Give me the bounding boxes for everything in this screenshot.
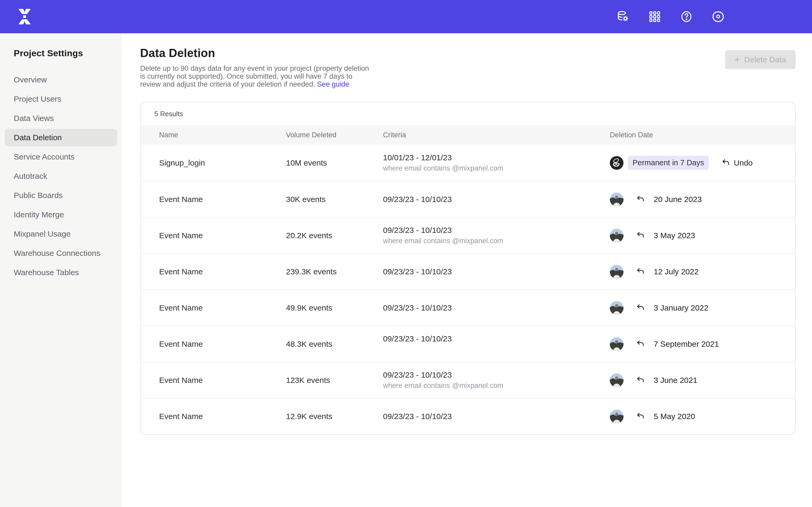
sidebar-item-data-deletion[interactable]: Data Deletion [5,129,117,146]
column-header-name: Name [159,131,286,139]
see-guide-link[interactable]: See guide [317,80,349,88]
sidebar-item-overview[interactable]: Overview [5,71,117,89]
criteria-date-range: 09/23/23 - 10/10/23 [383,195,610,204]
undo-button[interactable] [636,376,648,385]
sidebar-item-label: Project Users [14,95,61,104]
sidebar-item-warehouse-tables[interactable]: Warehouse Tables [5,264,117,281]
deletion-date-text: 5 May 2020 [654,412,695,421]
cell-criteria: 09/23/23 - 10/10/23 where email contains… [383,371,610,390]
criteria-filter-text: where email contains @mixpanel.com [383,382,610,390]
cell-deletion-date: 5 May 2020 [610,409,795,423]
sidebar-item-label: Service Accounts [14,152,74,161]
cell-volume-deleted: 123K events [286,376,383,385]
cell-volume-deleted: 12.9K events [286,412,383,421]
user-avatar-photo [610,409,623,423]
cell-volume-deleted: 239.3K events [286,267,383,276]
sidebar-item-label: Autotrack [14,172,47,181]
table-row: Event Name 30K events 09/23/23 - 10/10/2… [141,181,795,217]
cell-event-name: Event Name [159,412,286,421]
cell-volume-deleted: 49.9K events [286,303,383,313]
deletion-date-text: 7 September 2021 [654,340,719,349]
results-count: 5 Results [141,103,795,125]
top-navigation-bar [0,0,812,33]
cell-criteria: 09/23/23 - 10/10/23 where email contains… [383,226,610,245]
column-header-volume: Volume Deleted [286,131,383,139]
data-management-icon[interactable] [616,10,629,23]
delete-data-button[interactable]: + Delete Data [725,50,796,69]
table-body: Signup_login 10M events 10/01/23 - 12/01… [141,145,795,434]
sidebar-item-label: Identity Merge [14,210,64,219]
sidebar-item-data-views[interactable]: Data Views [5,110,117,127]
cell-criteria: 09/23/23 - 10/10/23 [383,334,610,353]
table-row: Event Name 20.2K events 09/23/23 - 10/10… [141,217,795,253]
cell-criteria: 09/23/23 - 10/10/23 [383,267,610,276]
undo-button[interactable] [636,267,648,276]
undo-icon [636,231,645,240]
deletion-date-text: 3 May 2023 [654,231,695,240]
cell-criteria: 09/23/23 - 10/10/23 [383,412,610,421]
user-avatar-photo [610,337,623,351]
help-icon[interactable] [680,10,693,23]
page-title: Data Deletion [140,47,796,60]
criteria-date-range: 09/23/23 - 10/10/23 [383,371,610,380]
cell-deletion-date: 7 September 2021 [610,337,795,351]
sidebar-item-project-users[interactable]: Project Users [5,90,117,108]
column-header-deletion-date: Deletion Date [610,131,795,139]
undo-button[interactable] [636,412,648,421]
table-row: Signup_login 10M events 10/01/23 - 12/01… [141,145,795,181]
sidebar-item-identity-merge[interactable]: Identity Merge [5,206,117,223]
plus-icon: + [734,55,740,64]
cell-deletion-date: Permanent in 7 Days Undo [610,156,795,170]
user-avatar-sketch [610,156,623,170]
cell-deletion-date: 3 May 2023 [610,229,795,242]
undo-button[interactable]: Undo [721,158,753,167]
table-row: Event Name 49.9K events 09/23/23 - 10/10… [141,289,795,326]
sidebar-item-warehouse-connections[interactable]: Warehouse Connections [5,244,117,262]
undo-button[interactable] [636,340,648,349]
table-row: Event Name 239.3K events 09/23/23 - 10/1… [141,253,795,289]
cell-criteria: 09/23/23 - 10/10/23 [383,303,610,313]
sidebar-item-service-accounts[interactable]: Service Accounts [5,148,117,166]
sidebar-item-label: Warehouse Tables [14,268,79,277]
undo-button[interactable] [636,303,648,313]
sidebar-item-label: Mixpanel Usage [14,229,70,238]
undo-icon [636,412,645,421]
undo-icon [636,195,645,204]
sidebar-item-mixpanel-usage[interactable]: Mixpanel Usage [5,225,117,243]
criteria-date-range: 09/23/23 - 10/10/23 [383,334,610,343]
mixpanel-logo-icon[interactable] [15,7,34,26]
user-avatar-photo [610,265,623,279]
cell-deletion-date: 12 July 2022 [610,265,795,279]
undo-button[interactable] [636,231,648,240]
undo-icon [636,267,645,276]
sidebar-item-public-boards[interactable]: Public Boards [5,187,117,204]
sidebar-nav: Overview Project Users Data Views Data D… [0,71,122,283]
deletion-date-text: 20 June 2023 [654,195,702,204]
cell-event-name: Event Name [159,376,286,385]
cell-deletion-date: 3 January 2022 [610,301,795,315]
table-header-row: Name Volume Deleted Criteria Deletion Da… [141,125,795,145]
sidebar-item-autotrack[interactable]: Autotrack [5,167,117,185]
criteria-date-range: 09/23/23 - 10/10/23 [383,226,610,235]
criteria-date-range: 09/23/23 - 10/10/23 [383,412,610,421]
delete-data-button-label: Delete Data [744,55,786,64]
table-row: Event Name 12.9K events 09/23/23 - 10/10… [141,398,795,434]
undo-icon [636,340,645,349]
apps-grid-icon[interactable] [648,10,661,23]
undo-icon [636,376,645,385]
sidebar-title: Project Settings [0,48,122,58]
criteria-filter-text [383,345,610,353]
user-avatar-photo [610,374,623,387]
cell-event-name: Event Name [159,231,286,240]
criteria-date-range: 09/23/23 - 10/10/23 [383,303,610,313]
topbar-icon-group [616,10,725,23]
cell-deletion-date: 3 June 2021 [610,374,795,387]
cell-volume-deleted: 30K events [286,195,383,204]
page-description: Delete up to 90 days data for any event … [140,64,373,88]
undo-button[interactable] [636,195,648,204]
cell-event-name: Event Name [159,303,286,313]
settings-gear-icon[interactable] [712,10,725,23]
criteria-date-range: 10/01/23 - 12/01/23 [383,153,610,162]
cell-volume-deleted: 20.2K events [286,231,383,240]
cell-volume-deleted: 10M events [286,158,383,167]
